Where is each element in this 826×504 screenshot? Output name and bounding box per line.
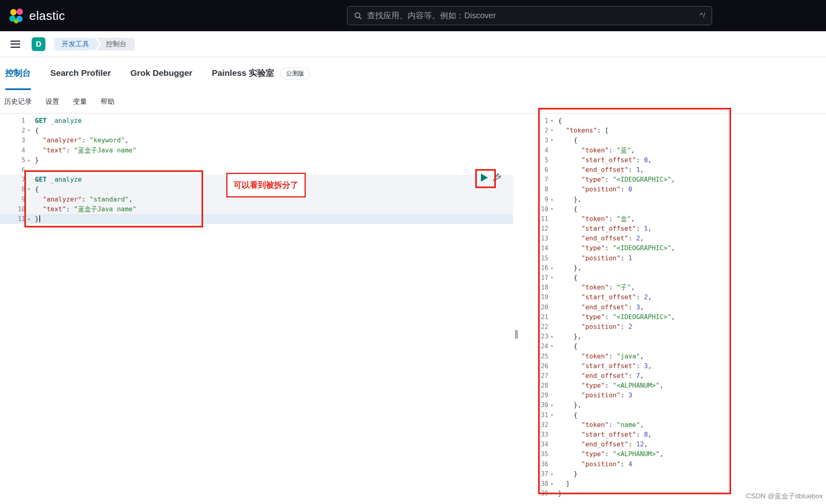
line-number: 11 [2, 214, 25, 224]
tab-painless-lab[interactable]: Painless 实验室 [212, 57, 274, 90]
code-line-8[interactable]: 8▾{ [0, 184, 513, 194]
search-input[interactable] [367, 11, 696, 20]
request-options-wrench-icon[interactable] [492, 173, 502, 183]
response-output-panel: 1▾{2▾ "tokens": [3▾ {4 "token": "蓝",5 "s… [523, 114, 826, 504]
code-text: "type": "<ALPHANUM>", [558, 381, 663, 390]
elastic-logo-icon[interactable] [9, 8, 24, 24]
toolbar-settings[interactable]: 设置 [45, 97, 59, 106]
line-number: 5 [526, 155, 548, 165]
line-number: 27 [526, 371, 548, 381]
line-gutter: 37▴ [523, 469, 556, 479]
code-text: GET _analyze [35, 116, 82, 126]
code-line-1[interactable]: 1GET _analyze [0, 116, 513, 126]
tab-console[interactable]: 控制台 [5, 57, 31, 90]
breadcrumb-console[interactable]: 控制台 [96, 38, 135, 51]
code-line-11[interactable]: 11▴} [0, 214, 513, 224]
line-gutter: 22 [523, 322, 556, 332]
code-line-10: 10▾ { [523, 204, 826, 214]
code-text: }, [558, 263, 581, 273]
toolbar-history[interactable]: 历史记录 [4, 97, 32, 106]
code-text: "analyzer": "standard", [35, 195, 133, 204]
line-gutter: 9▴ [523, 195, 556, 204]
line-number: 1 [2, 116, 25, 126]
code-line-5: 5 "start_offset": 0, [523, 155, 826, 165]
request-editor-panel[interactable]: 1GET _analyze2▾{3 "analyzer": "keyword",… [0, 114, 513, 504]
line-number: 18 [526, 283, 548, 292]
fold-toggle-icon[interactable]: ▾ [548, 273, 556, 283]
fold-toggle-icon[interactable]: ▾ [548, 135, 556, 145]
line-gutter: 29 [523, 390, 556, 400]
code-text: "end_offset": 7, [558, 371, 644, 381]
dev-tools-tabs: 控制台 Search Profiler Grok Debugger Painle… [0, 57, 826, 90]
panel-resizer-handle[interactable]: ‖ [514, 328, 519, 339]
fold-toggle-icon[interactable]: ▴ [548, 195, 556, 204]
fold-toggle-icon[interactable]: ▴ [548, 332, 556, 341]
line-number: 3 [2, 135, 25, 145]
line-number: 4 [526, 146, 548, 155]
code-text: "end_offset": 12, [558, 440, 648, 449]
fold-toggle-icon[interactable]: ▾ [25, 184, 32, 194]
menu-icon[interactable] [11, 41, 20, 48]
code-text: "token": "盒", [558, 214, 635, 224]
code-text: "token": "蓝", [558, 146, 635, 155]
line-number: 9 [2, 195, 25, 204]
code-line-19: 19 "start_offset": 2, [523, 292, 826, 302]
code-line-10[interactable]: 10 "text": "蓝盒子Java name" [0, 204, 513, 214]
code-line-2[interactable]: 2▾{ [0, 126, 513, 135]
line-gutter: 30▴ [523, 400, 556, 410]
line-number: 8 [526, 184, 548, 194]
fold-toggle-icon[interactable]: ▴ [548, 489, 556, 498]
code-line-2: 2▾ "tokens": [ [523, 126, 826, 135]
code-line-4[interactable]: 4 "text": "蓝盒子Java name" [0, 146, 513, 155]
code-text: }, [558, 332, 581, 341]
line-gutter: 5▴ [0, 155, 32, 165]
tab-search-profiler[interactable]: Search Profiler [50, 57, 111, 90]
code-text: } [558, 469, 577, 479]
fold-toggle-icon[interactable]: ▾ [548, 341, 556, 351]
space-avatar[interactable]: D [32, 37, 45, 51]
line-gutter: 7 [523, 175, 556, 184]
code-line-5[interactable]: 5▴} [0, 155, 513, 165]
code-line-7[interactable]: 7GET _analyze [0, 175, 513, 184]
send-request-button[interactable] [481, 174, 488, 182]
line-gutter: 18 [523, 283, 556, 292]
fold-toggle-icon[interactable]: ▴ [548, 479, 556, 489]
line-gutter: 1▾ [523, 116, 556, 126]
code-line-38: 38▴ ] [523, 479, 826, 489]
line-gutter: 9 [0, 195, 32, 204]
code-line-3[interactable]: 3 "analyzer": "keyword", [0, 135, 513, 145]
code-line-6[interactable]: 6 [0, 165, 513, 175]
fold-toggle-icon[interactable]: ▴ [25, 155, 32, 165]
tab-grok-debugger[interactable]: Grok Debugger [130, 57, 192, 90]
global-search-bar[interactable]: ^/ [347, 6, 712, 25]
toolbar-help[interactable]: 帮助 [101, 97, 114, 106]
code-line-9[interactable]: 9 "analyzer": "standard", [0, 195, 513, 204]
fold-toggle-icon[interactable]: ▾ [548, 116, 556, 126]
code-text: }, [558, 400, 581, 410]
line-gutter: 31▾ [523, 410, 556, 420]
code-text: "position": 2 [558, 322, 632, 332]
fold-toggle-icon[interactable]: ▾ [548, 126, 556, 135]
fold-toggle-icon[interactable]: ▴ [548, 469, 556, 479]
fold-toggle-icon[interactable]: ▾ [548, 204, 556, 214]
line-number: 1 [526, 116, 548, 126]
fold-toggle-icon[interactable]: ▾ [25, 126, 32, 135]
fold-toggle-icon[interactable]: ▴ [548, 400, 556, 410]
code-line-12: 12 "start_offset": 1, [523, 224, 826, 234]
code-line-28: 28 "type": "<ALPHANUM>", [523, 381, 826, 390]
code-line-17: 17▾ { [523, 273, 826, 283]
breadcrumb-dev-tools[interactable]: 开发工具 [54, 38, 100, 51]
line-number: 17 [526, 273, 548, 283]
code-line-9: 9▴ }, [523, 195, 826, 204]
toolbar-variables[interactable]: 变量 [73, 97, 87, 106]
code-line-15: 15 "position": 1 [523, 253, 826, 263]
line-number: 11 [526, 214, 548, 224]
code-line-24: 24▾ { [523, 341, 826, 351]
fold-toggle-icon[interactable]: ▴ [25, 214, 32, 224]
code-line-6: 6 "end_offset": 1, [523, 165, 826, 175]
code-text: "start_offset": 8, [558, 430, 652, 440]
code-text: { [35, 184, 39, 194]
fold-toggle-icon[interactable]: ▴ [548, 263, 556, 273]
line-number: 30 [526, 400, 548, 410]
fold-toggle-icon[interactable]: ▾ [548, 410, 556, 420]
